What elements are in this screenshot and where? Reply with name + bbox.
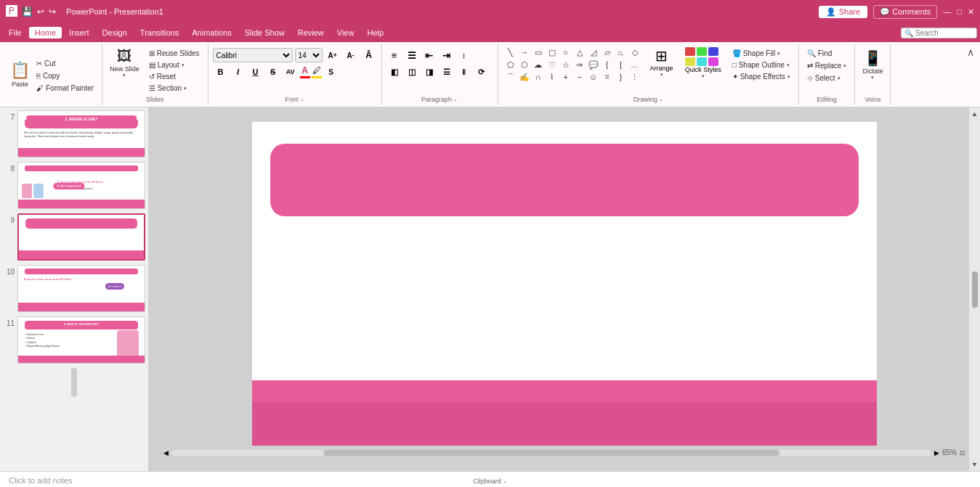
shape-minus[interactable]: −: [573, 71, 586, 83]
shape-parallelogram[interactable]: ▱: [601, 46, 614, 58]
shape-trapezoid[interactable]: ⏢: [615, 46, 628, 58]
section-button[interactable]: ☰ Section ▾: [145, 83, 203, 94]
text-direction-button[interactable]: ⟳: [474, 65, 490, 79]
slide-image-7[interactable]: ◀ 2. WHERE IS SHE? ▶ She went to a place…: [17, 110, 145, 157]
menu-help[interactable]: Help: [361, 27, 389, 38]
italic-button[interactable]: I: [230, 65, 246, 79]
slide-bottom-shape[interactable]: [252, 380, 877, 446]
increase-font-button[interactable]: A+: [325, 48, 341, 62]
scroll-thumb-vertical[interactable]: [972, 271, 978, 308]
menu-animations[interactable]: Animations: [186, 27, 237, 38]
horizontal-scrollbar-thumb[interactable]: [323, 450, 779, 456]
underline-button[interactable]: U: [248, 65, 264, 79]
slide-canvas[interactable]: [252, 122, 877, 446]
slide-image-8[interactable]: If you've ever been to an ID Faire... At…: [17, 162, 145, 209]
fit-button[interactable]: ⊡: [960, 449, 965, 457]
shape-circle[interactable]: ○: [559, 46, 572, 58]
comments-button[interactable]: 💬 Comments: [873, 5, 937, 19]
shape-brace[interactable]: {: [601, 59, 614, 70]
shape-curve[interactable]: ⌒: [504, 71, 517, 83]
reset-button[interactable]: ↺ Reset: [145, 71, 203, 82]
highlight-color-button[interactable]: 🖊: [312, 65, 322, 78]
shape-rect[interactable]: ▭: [532, 46, 545, 58]
quick-styles-button[interactable]: Quick Styles ▾: [681, 45, 726, 81]
horizontal-scrollbar-track[interactable]: [171, 450, 931, 456]
shape-line[interactable]: ╲: [504, 46, 517, 58]
shape-arc[interactable]: ∩: [532, 71, 545, 83]
shape-z[interactable]: ⌇: [546, 71, 559, 83]
bullets-button[interactable]: ≡: [386, 48, 402, 62]
copy-button[interactable]: ⎘ Copy: [33, 70, 97, 81]
slide-panel-scrollbar[interactable]: [71, 368, 77, 397]
shape-smiley[interactable]: ☺: [587, 71, 600, 83]
align-center-button[interactable]: ◫: [404, 65, 420, 79]
align-right-button[interactable]: ◨: [421, 65, 437, 79]
format-painter-button[interactable]: 🖌 Format Painter: [33, 83, 97, 94]
paragraph-expand-icon[interactable]: ⌄: [453, 97, 458, 102]
slide-image-10[interactable]: If you've never been to an ID Faire... I…: [17, 265, 145, 312]
slide-image-11[interactable]: 4. WHO IS THE MATTER? • Games & Lore• Ho…: [17, 316, 145, 364]
scroll-up-button[interactable]: ▲: [970, 109, 979, 119]
justify-button[interactable]: ☰: [439, 65, 455, 79]
menu-insert[interactable]: Insert: [63, 27, 95, 38]
search-input[interactable]: [915, 29, 973, 37]
drawing-expand-icon[interactable]: ⌄: [659, 97, 663, 102]
char-spacing-button[interactable]: AV: [283, 65, 299, 79]
shape-cloud[interactable]: ☁: [532, 59, 545, 70]
shape-outline-arrow[interactable]: ▾: [787, 62, 790, 68]
numbering-button[interactable]: ☰: [404, 48, 420, 62]
menu-home[interactable]: Home: [29, 27, 62, 38]
ribbon-collapse-icon[interactable]: ∧: [967, 46, 974, 58]
shape-bracket[interactable]: [: [615, 59, 628, 70]
shape-more[interactable]: …: [628, 59, 641, 70]
layout-arrow[interactable]: ▾: [182, 62, 185, 68]
menu-transitions[interactable]: Transitions: [134, 27, 185, 38]
shape-freeform[interactable]: ✍: [518, 71, 531, 83]
shape-triangle[interactable]: △: [573, 46, 586, 58]
shape-fill-button[interactable]: 🪣 Shape Fill ▾: [729, 48, 794, 59]
shape-effects-arrow[interactable]: ▾: [787, 74, 790, 80]
maximize-icon[interactable]: □: [957, 7, 962, 16]
reuse-slides-button[interactable]: ⊞ Reuse Slides: [145, 48, 203, 59]
decrease-font-button[interactable]: A-: [343, 48, 359, 62]
shape-hexagon[interactable]: ⬡: [518, 59, 531, 70]
menu-view[interactable]: View: [331, 27, 360, 38]
scroll-left-button[interactable]: ◀: [163, 449, 169, 457]
menu-design[interactable]: Design: [97, 27, 133, 38]
clear-format-button[interactable]: Ā: [361, 48, 377, 62]
shape-right-triangle[interactable]: ◿: [587, 46, 600, 58]
redo-icon[interactable]: ↪: [49, 7, 56, 17]
menu-review[interactable]: Review: [292, 27, 330, 38]
paste-button[interactable]: 📋 Paste: [7, 60, 33, 89]
slide-thumb-9[interactable]: 9: [3, 213, 145, 261]
arrange-button[interactable]: ⊞ Arrange ▾: [646, 45, 678, 80]
dictate-arrow[interactable]: ▾: [871, 75, 874, 81]
slide-thumb-11[interactable]: 11 4. WHO IS THE MATTER? • Games & Lore•…: [3, 316, 145, 364]
menu-slideshow[interactable]: Slide Show: [239, 27, 291, 38]
vertical-scrollbar[interactable]: ▲ ▼: [969, 107, 980, 471]
quick-save-icon[interactable]: 💾: [22, 7, 33, 17]
arrange-arrow[interactable]: ▾: [660, 72, 663, 78]
shape-arrow-right[interactable]: ⇒: [573, 59, 586, 70]
new-slide-arrow[interactable]: ▾: [123, 73, 126, 78]
shape-pentagon[interactable]: ⬠: [504, 59, 517, 70]
select-button[interactable]: ⊹ Select ▾: [803, 73, 851, 83]
shape-plus[interactable]: +: [559, 71, 572, 83]
shape-callout[interactable]: 💬: [587, 59, 600, 70]
scroll-right-button[interactable]: ▶: [934, 449, 939, 457]
slide-top-shape[interactable]: [270, 144, 859, 216]
columns-button[interactable]: ⫴: [456, 65, 472, 79]
slide-thumb-7[interactable]: 7 ◀ 2. WHERE IS SHE? ▶ She went to a pla…: [3, 110, 145, 157]
font-expand-icon[interactable]: ⌄: [300, 97, 304, 102]
bold-button[interactable]: B: [213, 65, 229, 79]
menu-file[interactable]: File: [3, 27, 28, 38]
scroll-down-button[interactable]: ▼: [970, 459, 979, 470]
increase-indent-button[interactable]: ⇥: [439, 48, 455, 62]
shape-brace2[interactable]: }: [615, 71, 628, 83]
font-color-button[interactable]: A: [300, 65, 310, 78]
shape-outline-button[interactable]: □ Shape Outline ▾: [729, 60, 794, 70]
cut-button[interactable]: ✂ Cut: [33, 58, 97, 69]
share-button[interactable]: 👤 Share: [819, 6, 867, 18]
shape-star[interactable]: ☆: [559, 59, 572, 70]
undo-icon[interactable]: ↩: [37, 7, 44, 17]
